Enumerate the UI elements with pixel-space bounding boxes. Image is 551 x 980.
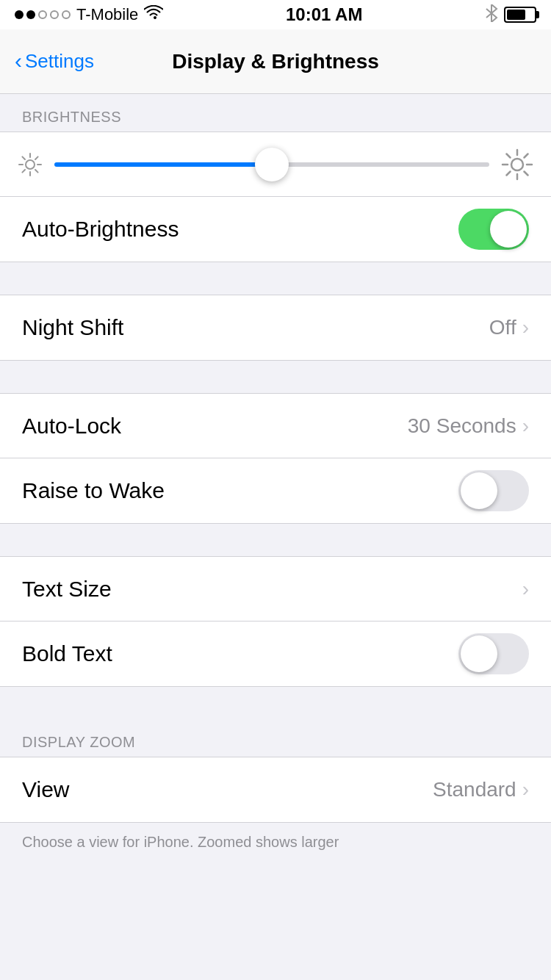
status-left: T-Mobile	[15, 5, 163, 25]
status-time: 10:01 AM	[286, 4, 362, 25]
svg-line-16	[525, 154, 528, 157]
toggle-thumb	[490, 211, 527, 248]
text-group: Text Size › Bold Text	[0, 556, 551, 687]
raise-to-wake-row: Raise to Wake	[0, 458, 551, 523]
svg-line-5	[22, 156, 25, 159]
view-label: View	[22, 777, 69, 802]
text-size-chevron-icon: ›	[522, 577, 529, 601]
auto-lock-row[interactable]: Auto-Lock 30 Seconds ›	[0, 394, 551, 458]
svg-line-8	[22, 170, 25, 173]
sun-bright-icon	[501, 148, 533, 181]
raise-to-wake-toggle[interactable]	[458, 470, 529, 511]
battery-icon	[504, 7, 536, 23]
brightness-slider-row[interactable]	[0, 132, 551, 197]
signal-dot-4	[50, 10, 59, 19]
auto-lock-value: 30 Seconds	[408, 414, 516, 438]
view-value: Standard	[433, 778, 516, 801]
display-zoom-section-header: DISPLAY ZOOM	[0, 719, 551, 757]
bold-text-toggle[interactable]	[458, 633, 529, 674]
auto-lock-label: Auto-Lock	[22, 414, 121, 439]
bluetooth-icon	[485, 4, 498, 26]
signal-dot-1	[15, 10, 24, 19]
night-shift-row[interactable]: Night Shift Off ›	[0, 295, 551, 360]
auto-brightness-label: Auto-Brightness	[22, 217, 179, 242]
battery-fill	[507, 10, 525, 20]
separator-4	[0, 687, 551, 719]
svg-line-14	[507, 154, 511, 157]
page-title: Display & Brightness	[172, 50, 379, 73]
wifi-icon	[144, 5, 163, 25]
separator-2	[0, 361, 551, 393]
brightness-group: Auto-Brightness	[0, 131, 551, 262]
back-button[interactable]: ‹ Settings	[15, 50, 94, 73]
separator-1	[0, 262, 551, 295]
chevron-right-icon: ›	[522, 316, 529, 339]
separator-3	[0, 524, 551, 556]
bold-text-toggle-thumb	[461, 635, 497, 672]
signal-dot-2	[26, 10, 35, 19]
lock-group: Auto-Lock 30 Seconds › Raise to Wake	[0, 393, 551, 524]
view-row[interactable]: View Standard ›	[0, 757, 551, 822]
back-label: Settings	[25, 50, 94, 73]
nav-bar: ‹ Settings Display & Brightness	[0, 29, 551, 94]
night-shift-value: Off	[489, 316, 516, 339]
raise-to-wake-label: Raise to Wake	[22, 478, 165, 503]
display-zoom-footer: Choose a view for iPhone. Zoomed shows l…	[0, 823, 551, 867]
brightness-section-header: BRIGHTNESS	[0, 94, 551, 131]
bold-text-row: Bold Text	[0, 621, 551, 686]
text-size-row[interactable]: Text Size ›	[0, 557, 551, 621]
text-size-right: ›	[522, 577, 529, 601]
status-right	[485, 4, 536, 26]
display-zoom-group: View Standard ›	[0, 757, 551, 823]
signal-dot-5	[62, 10, 71, 19]
back-chevron-icon: ‹	[15, 50, 22, 72]
svg-point-0	[26, 160, 35, 169]
bold-text-label: Bold Text	[22, 641, 112, 666]
svg-line-17	[507, 171, 511, 175]
auto-lock-right: 30 Seconds ›	[408, 414, 529, 438]
raise-to-wake-toggle-thumb	[461, 472, 497, 509]
svg-point-9	[511, 159, 523, 170]
brightness-slider[interactable]	[54, 162, 489, 167]
status-bar: T-Mobile 10:01 AM	[0, 0, 551, 29]
auto-lock-chevron-icon: ›	[522, 414, 529, 438]
night-shift-group: Night Shift Off ›	[0, 295, 551, 361]
view-chevron-icon: ›	[522, 778, 529, 801]
svg-line-15	[525, 171, 528, 175]
signal-dots	[15, 10, 71, 19]
sun-dim-icon	[18, 152, 43, 177]
auto-brightness-toggle[interactable]	[458, 209, 529, 250]
text-size-label: Text Size	[22, 577, 112, 602]
night-shift-label: Night Shift	[22, 315, 123, 340]
auto-brightness-row: Auto-Brightness	[0, 197, 551, 262]
slider-thumb[interactable]	[255, 148, 289, 181]
signal-dot-3	[38, 10, 47, 19]
night-shift-right: Off ›	[489, 316, 529, 339]
svg-line-6	[35, 170, 38, 173]
view-right: Standard ›	[433, 778, 529, 801]
svg-line-7	[35, 156, 38, 159]
carrier-label: T-Mobile	[76, 5, 138, 24]
